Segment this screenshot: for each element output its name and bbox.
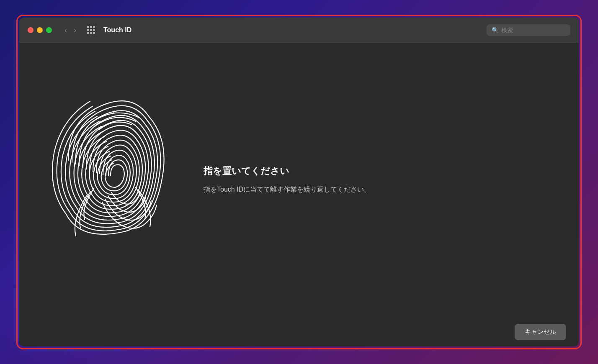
fingerprint-area <box>44 92 178 268</box>
grid-icon[interactable] <box>87 26 95 34</box>
content-area: 指を置いてください 指をTouch IDに当てて離す作業を繰り返してください。 <box>19 43 579 317</box>
bottom-bar: キャンセル <box>19 317 579 346</box>
window-title: Touch ID <box>103 26 482 34</box>
minimize-button[interactable] <box>37 27 43 33</box>
fingerprint-icon <box>49 96 174 264</box>
search-icon: 🔍 <box>492 27 499 33</box>
text-area: 指を置いてください 指をTouch IDに当てて離す作業を繰り返してください。 <box>178 165 554 195</box>
instruction-title: 指を置いてください <box>204 165 554 177</box>
outer-border: ‹ › Touch ID 🔍 <box>16 15 582 349</box>
cancel-button[interactable]: キャンセル <box>515 324 566 340</box>
titlebar: ‹ › Touch ID 🔍 <box>19 18 579 43</box>
close-button[interactable] <box>28 27 34 33</box>
instruction-body: 指をTouch IDに当てて離す作業を繰り返してください。 <box>204 184 554 195</box>
window: ‹ › Touch ID 🔍 <box>19 18 579 346</box>
search-input[interactable] <box>501 27 565 33</box>
forward-button[interactable]: › <box>71 26 79 35</box>
search-box[interactable]: 🔍 <box>487 24 570 36</box>
back-button[interactable]: ‹ <box>62 26 70 35</box>
nav-buttons: ‹ › <box>62 26 79 35</box>
maximize-button[interactable] <box>46 27 52 33</box>
traffic-lights <box>28 27 52 33</box>
